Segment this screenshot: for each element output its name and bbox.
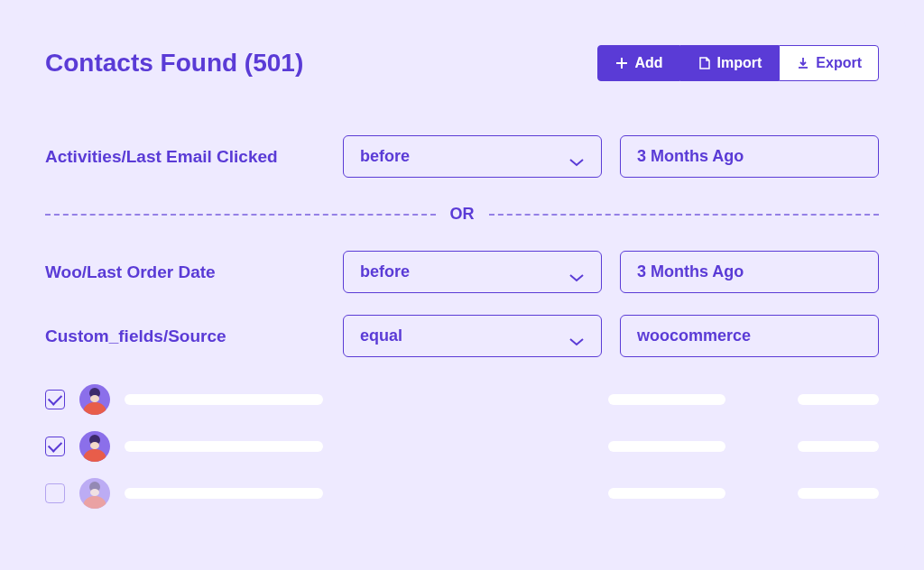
- contact-list: [45, 384, 879, 509]
- filter-row-2: Woo/Last Order Date before 3 Months Ago: [45, 251, 879, 293]
- export-button[interactable]: Export: [779, 45, 879, 81]
- filter-operator-value: before: [360, 262, 410, 281]
- header-row: Contacts Found (501) Add I: [45, 45, 879, 81]
- contact-col-placeholder: [608, 488, 725, 499]
- export-button-label: Export: [816, 55, 862, 71]
- contact-col-placeholder: [798, 394, 879, 405]
- contact-row: [45, 384, 879, 415]
- contact-columns-placeholder: [608, 488, 879, 499]
- contact-name-placeholder: [125, 488, 323, 499]
- filter-operator-value: before: [360, 147, 410, 166]
- or-label: OR: [450, 205, 475, 224]
- import-button[interactable]: Import: [680, 45, 780, 81]
- avatar: [79, 384, 110, 415]
- contact-columns-placeholder: [608, 441, 879, 452]
- filter-row-3: Custom_fields/Source equal woocommerce: [45, 315, 879, 357]
- filter-value-input[interactable]: 3 Months Ago: [620, 251, 879, 293]
- contact-row: [45, 431, 879, 462]
- chevron-down-icon: [568, 332, 585, 341]
- filter-operator-select[interactable]: before: [343, 251, 602, 293]
- add-button[interactable]: Add: [597, 45, 679, 81]
- filter-value-input[interactable]: woocommerce: [620, 315, 879, 357]
- filter-operator-select[interactable]: equal: [343, 315, 602, 357]
- contact-name-placeholder: [125, 441, 323, 452]
- contact-columns-placeholder: [608, 394, 879, 405]
- filter-operator-select[interactable]: before: [343, 135, 602, 178]
- filter-label: Activities/Last Email Clicked: [45, 147, 325, 167]
- file-icon: [698, 56, 712, 70]
- import-button-label: Import: [717, 55, 762, 71]
- filter-operator-value: equal: [360, 326, 402, 345]
- chevron-down-icon: [568, 152, 585, 161]
- or-divider: OR: [45, 205, 879, 224]
- add-button-label: Add: [634, 55, 662, 71]
- page-title: Contacts Found (501): [45, 49, 303, 78]
- contact-row: [45, 478, 879, 509]
- contact-col-placeholder: [608, 394, 725, 405]
- filter-label: Woo/Last Order Date: [45, 262, 325, 282]
- plus-icon: [614, 56, 629, 70]
- filter-label: Custom_fields/Source: [45, 326, 325, 346]
- chevron-down-icon: [568, 268, 585, 277]
- select-checkbox[interactable]: [45, 390, 65, 409]
- filter-value-text: 3 Months Ago: [637, 262, 744, 280]
- filter-value-input[interactable]: 3 Months Ago: [620, 135, 879, 178]
- select-checkbox[interactable]: [45, 437, 65, 456]
- divider-line: [489, 214, 880, 216]
- download-icon: [796, 56, 810, 70]
- avatar: [79, 478, 110, 509]
- contact-col-placeholder: [608, 441, 725, 452]
- avatar: [79, 431, 110, 462]
- select-checkbox[interactable]: [45, 483, 65, 503]
- contact-name-placeholder: [125, 394, 323, 405]
- filter-row-1: Activities/Last Email Clicked before 3 M…: [45, 135, 879, 178]
- filter-value-text: woocommerce: [637, 326, 751, 345]
- contacts-panel: Contacts Found (501) Add I: [18, 18, 906, 552]
- divider-line: [45, 214, 436, 216]
- action-button-group: Add Import: [597, 45, 879, 81]
- contact-col-placeholder: [798, 441, 879, 452]
- filter-value-text: 3 Months Ago: [637, 147, 744, 165]
- contact-col-placeholder: [798, 488, 879, 499]
